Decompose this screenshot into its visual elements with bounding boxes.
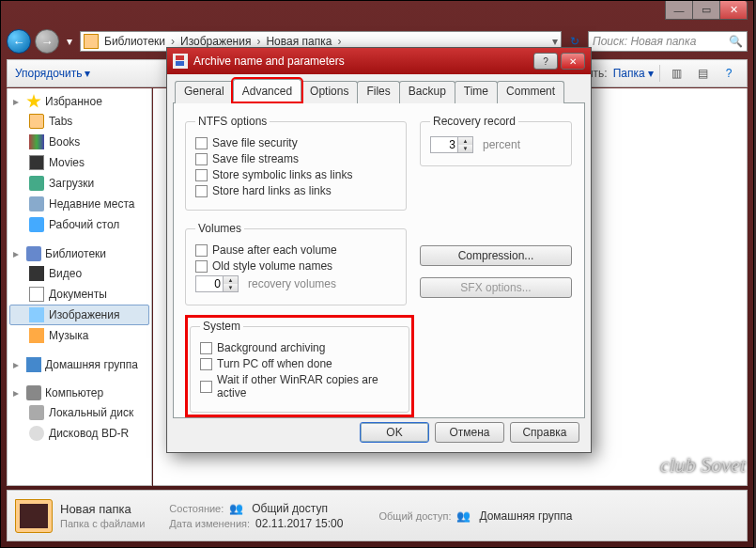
dialog-buttons: OK Отмена Справка — [360, 422, 579, 443]
nav-history-drop[interactable]: ▾ — [63, 31, 76, 52]
sidebar-group-homegroup[interactable]: ▸Домашняя группа — [9, 355, 149, 374]
close-button[interactable]: ✕ — [719, 1, 748, 20]
chk-hardlinks[interactable] — [195, 185, 208, 197]
breadcrumb[interactable]: Изображения — [177, 35, 254, 48]
ntfs-group: NTFS options Save file security Save fil… — [185, 115, 407, 211]
sidebar-item-movies[interactable]: Movies — [9, 152, 149, 173]
status-folder-type: Папка с файлами — [60, 518, 145, 529]
breadcrumb[interactable]: Новая папка — [263, 35, 334, 48]
chk-background[interactable] — [200, 342, 212, 354]
recovery-percent-input[interactable] — [430, 136, 458, 153]
tab-general[interactable]: General — [175, 81, 234, 103]
breadcrumb[interactable]: Библиотеки — [101, 35, 168, 48]
back-button[interactable]: ← — [7, 29, 31, 54]
sfx-options-button[interactable]: SFX options... — [420, 277, 572, 298]
status-state-value: Общий доступ — [252, 502, 328, 515]
view-mode-button[interactable]: ▥ — [666, 65, 687, 82]
recovery-volumes-spin[interactable]: ▲▼ — [195, 275, 239, 292]
chk-symlinks[interactable] — [195, 169, 208, 181]
sidebar-group-favorites[interactable]: ▸Избранное — [9, 92, 149, 111]
maximize-button[interactable]: ▭ — [692, 1, 720, 20]
spin-down-icon[interactable]: ▼ — [224, 284, 238, 291]
crumb-sep-icon: › — [171, 35, 175, 48]
addr-drop-icon[interactable]: ▾ — [552, 35, 558, 48]
music-icon — [29, 328, 44, 343]
archive-dialog: Archive name and parameters ? ✕ General … — [166, 47, 592, 453]
compression-button[interactable]: Compression... — [420, 245, 572, 266]
chk-pause-volume[interactable] — [195, 244, 208, 257]
organize-menu[interactable]: Упорядочить ▾ — [15, 67, 90, 80]
forward-button[interactable]: → — [35, 29, 59, 54]
volumes-group: Volumes Pause after each volume Old styl… — [185, 222, 407, 305]
dialog-titlebar[interactable]: Archive name and parameters ? ✕ — [167, 48, 591, 74]
tab-advanced[interactable]: Advanced — [233, 79, 301, 102]
dialog-close-button[interactable]: ✕ — [561, 53, 585, 70]
sidebar-item-downloads[interactable]: Загрузки — [9, 173, 149, 194]
chk-wait-copies[interactable] — [200, 381, 212, 393]
document-icon — [29, 287, 44, 302]
chk-turnoff[interactable] — [200, 358, 212, 370]
sidebar-item-books[interactable]: Books — [9, 132, 149, 152]
winrar-icon — [173, 54, 188, 69]
crumb-sep-icon: › — [256, 35, 260, 48]
sidebar-item-bddrive[interactable]: Дисковод BD-R — [9, 423, 149, 444]
status-access-value: Домашняя группа — [479, 509, 572, 523]
library-icon — [26, 246, 41, 261]
recovery-legend: Recovery record — [430, 115, 518, 128]
chk-save-streams[interactable] — [195, 153, 208, 165]
video-icon — [29, 266, 44, 281]
sidebar-item-localdisk[interactable]: Локальный диск — [9, 402, 149, 423]
tab-options[interactable]: Options — [301, 81, 358, 103]
chk-save-security[interactable] — [195, 137, 208, 149]
sidebar-item-documents[interactable]: Документы — [9, 284, 149, 305]
spin-down-icon[interactable]: ▼ — [458, 145, 472, 152]
sidebar-item-desktop[interactable]: Рабочий стол — [9, 214, 149, 235]
star-icon — [26, 94, 41, 109]
disc-icon — [29, 426, 44, 441]
tab-backup[interactable]: Backup — [399, 81, 455, 103]
system-group: System Background archiving Turn PC off … — [190, 320, 409, 413]
tab-files[interactable]: Files — [357, 81, 399, 103]
help-button[interactable]: ? — [718, 65, 739, 82]
sidebar-group-computer[interactable]: ▸Компьютер — [9, 384, 149, 402]
homegroup-icon — [26, 357, 41, 372]
status-access-label: Общий доступ: — [378, 510, 451, 522]
dialog-help-button[interactable]: ? — [533, 53, 558, 70]
minimize-button[interactable]: — — [665, 1, 693, 20]
search-icon[interactable]: 🔍 — [729, 35, 743, 48]
tab-comment[interactable]: Comment — [497, 81, 564, 103]
tab-time[interactable]: Time — [455, 81, 498, 103]
chk-label: Save file security — [212, 136, 298, 149]
sidebar-item-music[interactable]: Музыка — [9, 325, 149, 346]
books-icon — [29, 134, 44, 149]
crumb-sep-icon: › — [337, 35, 341, 48]
picture-icon — [29, 307, 44, 322]
sidebar-item-tabs[interactable]: Tabs — [9, 111, 149, 132]
folder-large-icon — [15, 499, 53, 533]
recovery-percent-spin[interactable]: ▲▼ — [430, 136, 473, 153]
refresh-button[interactable]: ↻ — [565, 35, 584, 48]
system-highlight: System Background archiving Turn PC off … — [185, 315, 414, 417]
search-input[interactable]: Поиск: Новая папка 🔍 — [588, 31, 748, 52]
sidebar-group-libraries[interactable]: ▸Библиотеки — [9, 244, 149, 263]
statusbar: Новая папка Папка с файлами Состояние: 👥… — [7, 490, 748, 541]
recovery-volumes-input[interactable] — [195, 275, 224, 292]
folder-icon — [84, 34, 99, 49]
spin-up-icon[interactable]: ▲ — [458, 137, 472, 145]
spin-up-icon[interactable]: ▲ — [224, 276, 238, 284]
ok-button[interactable]: OK — [360, 422, 429, 443]
organize-label: Упорядочить — [15, 67, 82, 80]
help-button[interactable]: Справка — [510, 422, 579, 443]
sidebar-item-pictures[interactable]: Изображения — [9, 305, 149, 325]
sidebar-item-video[interactable]: Видео — [9, 263, 149, 284]
ntfs-legend: NTFS options — [195, 115, 270, 128]
volumes-legend: Volumes — [195, 222, 244, 235]
preview-pane-button[interactable]: ▤ — [692, 65, 713, 82]
sidebar-item-recent[interactable]: Недавние места — [9, 194, 149, 214]
chk-oldstyle[interactable] — [195, 260, 208, 273]
recent-icon — [29, 196, 44, 211]
sort-menu[interactable]: Папка ▾ — [613, 67, 654, 80]
cancel-button[interactable]: Отмена — [435, 422, 504, 443]
status-date-value: 02.11.2017 15:00 — [255, 517, 343, 530]
sidebar: ▸Избранное Tabs Books Movies Загрузки Не… — [7, 88, 152, 486]
